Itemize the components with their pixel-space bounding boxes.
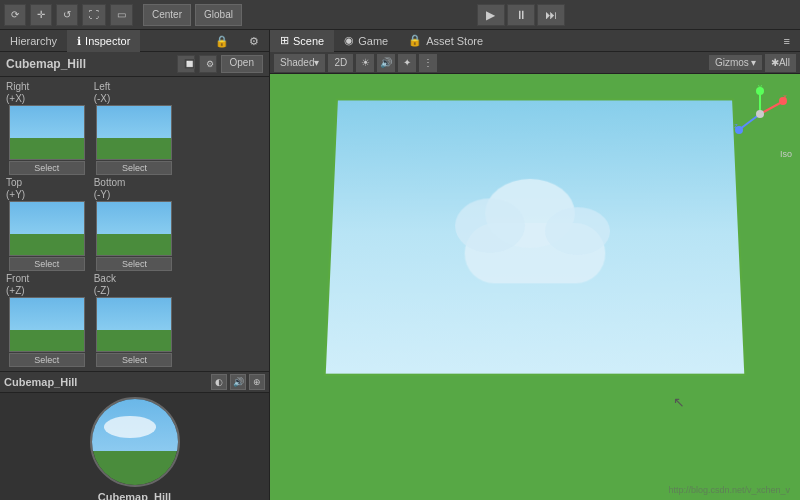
scene-cursor: ↖ — [673, 394, 685, 410]
scene-gizmo: y x z — [730, 84, 790, 144]
game-tab-label: Game — [358, 35, 388, 47]
face-back-select-btn[interactable]: Select — [96, 353, 172, 367]
tab-asset-store[interactable]: 🔒 Asset Store — [398, 30, 493, 52]
face-front-select-btn[interactable]: Select — [9, 353, 85, 367]
preview-info: Cubemap_Hill 2048x2048 RGBA 32 bit 96.0 … — [68, 491, 201, 500]
audio-toggle[interactable]: 🔊 — [377, 54, 395, 72]
cube-face-back: Back (-Z) Select — [92, 273, 178, 367]
gizmos-chevron-icon: ▾ — [751, 57, 756, 68]
scene-cloud — [434, 184, 636, 284]
face-bottom-preview — [96, 201, 172, 256]
left-tabs-row: Hierarchy ℹ Inspector 🔒 ⚙ — [0, 30, 269, 52]
face-top-select-btn[interactable]: Select — [9, 257, 85, 271]
asset-store-tab-icon: 🔒 — [408, 34, 422, 47]
preview-circle-thumbnail — [90, 397, 180, 487]
preview-panel-title: Cubemap_Hill — [4, 376, 77, 388]
gizmos-label: Gizmos — [715, 57, 749, 68]
scale-tool-btn[interactable]: ⛶ — [82, 4, 106, 26]
face-bottom-label2: (-Y) — [92, 189, 111, 200]
cube-face-right: Right (+X) Select — [4, 81, 90, 175]
pivot-center-label: Center — [152, 9, 182, 20]
top-toolbar: ⟳ ✛ ↺ ⛶ ▭ Center Global ▶ ⏸ ⏭ — [0, 0, 800, 30]
hierarchy-tab-label: Hierarchy — [10, 35, 57, 47]
inspector-asset-title: Cubemap_Hill — [6, 57, 86, 71]
shaded-dropdown[interactable]: Shaded ▾ — [274, 54, 325, 72]
tab-game[interactable]: ◉ Game — [334, 30, 398, 52]
scene-iso-label: Iso — [780, 149, 792, 159]
scene-url-watermark: http://blog.csdn.net/v_xchen_v — [668, 485, 790, 495]
shaded-label: Shaded — [280, 57, 314, 68]
tab-inspector[interactable]: ℹ Inspector — [67, 30, 140, 52]
fx-toggle[interactable]: ✦ — [398, 54, 416, 72]
gizmos-dropdown[interactable]: Gizmos ▾ — [709, 55, 762, 70]
face-right-label1: Right — [4, 81, 29, 92]
tab-hierarchy[interactable]: Hierarchy — [0, 30, 67, 52]
global-mode-btn[interactable]: Global — [195, 4, 242, 26]
scene-extra-btn[interactable]: ⋮ — [419, 54, 437, 72]
preview-ctrl-2[interactable]: 🔊 — [230, 374, 246, 390]
cube-face-front: Front (+Z) Select — [4, 273, 90, 367]
pivot-mode-btn[interactable]: Center — [143, 4, 191, 26]
face-left-select-btn[interactable]: Select — [96, 161, 172, 175]
svg-point-9 — [756, 110, 764, 118]
face-top-label2: (+Y) — [4, 189, 25, 200]
face-left-label1: Left — [92, 81, 111, 92]
face-top-preview — [9, 201, 85, 256]
rotate-tool-btn[interactable]: ↺ — [56, 4, 78, 26]
cube-face-bottom: Bottom (-Y) Select — [92, 177, 178, 271]
empty-cell-1 — [179, 81, 265, 175]
cloud-top2 — [455, 198, 525, 253]
face-back-label2: (-Z) — [92, 285, 110, 296]
face-bottom-select-btn[interactable]: Select — [96, 257, 172, 271]
play-button[interactable]: ▶ — [477, 4, 505, 26]
open-button[interactable]: Open — [221, 55, 263, 73]
scene-tabs-row: ⊞ Scene ◉ Game 🔒 Asset Store ≡ — [270, 30, 800, 52]
game-tab-icon: ◉ — [344, 34, 354, 47]
move-tool-btn[interactable]: ✛ — [30, 4, 52, 26]
inspector-tab-label: Inspector — [85, 35, 130, 47]
preview-ctrl-3[interactable]: ⊕ — [249, 374, 265, 390]
2d-label: 2D — [334, 57, 347, 68]
svg-text:z: z — [734, 122, 738, 129]
transform-tool-btn[interactable]: ⟳ — [4, 4, 26, 26]
face-top-label1: Top — [4, 177, 22, 188]
scene-toolbar: Shaded ▾ 2D ☀ 🔊 ✦ ⋮ Gizmos ▾ ✱ All — [270, 52, 800, 74]
preview-content: Cubemap_Hill 2048x2048 RGBA 32 bit 96.0 … — [0, 393, 269, 500]
inspector-icon-btn2[interactable]: ⚙ — [199, 55, 217, 73]
preview-controls: ◐ 🔊 ⊕ — [211, 374, 265, 390]
pause-button[interactable]: ⏸ — [507, 4, 535, 26]
face-back-preview — [96, 297, 172, 352]
asset-store-tab-label: Asset Store — [426, 35, 483, 47]
rect-tool-btn[interactable]: ▭ — [110, 4, 133, 26]
shaded-chevron-icon: ▾ — [314, 57, 319, 68]
all-toggle[interactable]: ✱ All — [765, 54, 796, 72]
2d-toggle[interactable]: 2D — [328, 54, 353, 72]
global-label: Global — [204, 9, 233, 20]
face-right-select-btn[interactable]: Select — [9, 161, 85, 175]
preview-panel-header: Cubemap_Hill ◐ 🔊 ⊕ — [0, 372, 269, 393]
inspector-icon-btn1[interactable]: 🔲 — [177, 55, 195, 73]
all-label: All — [779, 57, 790, 68]
empty-cell-3 — [179, 273, 265, 367]
scene-tab-more[interactable]: ≡ — [774, 30, 800, 52]
tab-scene[interactable]: ⊞ Scene — [270, 30, 334, 52]
right-panel: ⊞ Scene ◉ Game 🔒 Asset Store ≡ Shaded ▾ … — [270, 30, 800, 500]
step-button[interactable]: ⏭ — [537, 4, 565, 26]
preview-asset-name: Cubemap_Hill — [68, 491, 201, 500]
cube-face-left: Left (-X) Select — [92, 81, 178, 175]
all-icon: ✱ — [771, 57, 779, 68]
face-left-preview — [96, 105, 172, 160]
face-bottom-label1: Bottom — [92, 177, 126, 188]
preview-ctrl-1[interactable]: ◐ — [211, 374, 227, 390]
scene-view[interactable]: y x z Iso ↖ http://blog.csdn.net/v — [270, 74, 800, 500]
svg-text:x: x — [783, 93, 787, 100]
svg-text:y: y — [758, 84, 762, 91]
cubemap-grid: Right (+X) Select Left (-X) Select — [0, 77, 269, 371]
left-panel: Hierarchy ℹ Inspector 🔒 ⚙ Cubemap_Hill 🔲… — [0, 30, 270, 500]
tab-lock-btn[interactable]: 🔒 — [205, 30, 239, 52]
empty-cell-2 — [179, 177, 265, 271]
lighting-toggle[interactable]: ☀ — [356, 54, 374, 72]
cloud-top3 — [545, 207, 610, 255]
face-right-preview — [9, 105, 85, 160]
tab-gear-btn[interactable]: ⚙ — [239, 30, 269, 52]
